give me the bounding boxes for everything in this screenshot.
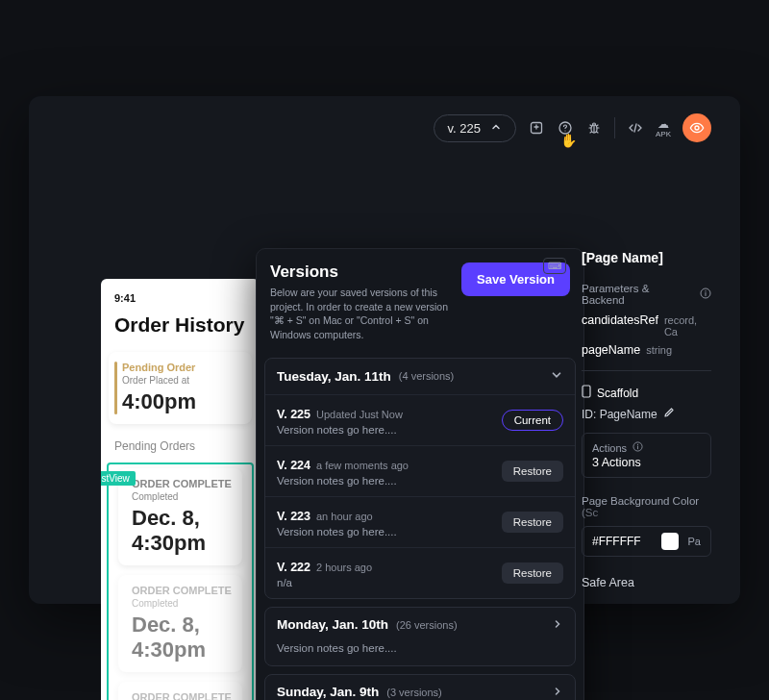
param-key: pageName [582,343,640,357]
scaffold-row[interactable]: Scaffold [582,385,711,401]
preview-button[interactable] [682,113,711,142]
day-count: (4 versions) [399,370,454,382]
restore-button[interactable]: Restore [502,461,563,482]
version-day-header[interactable]: Sunday, Jan. 9th (3 versions) [265,675,575,700]
param-val: string [646,344,672,356]
listview-tag[interactable]: listView [101,471,136,486]
svg-point-4 [695,126,699,130]
current-badge: Current [502,410,563,431]
svg-rect-6 [583,386,590,397]
keyboard-icon[interactable]: ⌨ [543,258,566,274]
version-notes: n/a [277,577,502,588]
pending-time: 4:00pm [122,389,242,414]
version-time: Updated Just Now [316,409,403,420]
restore-button[interactable]: Restore [502,562,563,584]
version-day-header[interactable]: Monday, Jan. 10th (26 versions) [265,608,575,642]
chevron-right-icon [552,685,563,700]
code-icon[interactable] [627,119,644,137]
complete-sub: Completed [132,491,233,502]
version-label: V. 225 [277,408,310,421]
divider [582,370,711,371]
actions-box[interactable]: Actions 3 Actions [582,433,711,478]
chevron-down-icon [550,368,563,385]
phone-preview: 9:41 Order History Pending Order Order P… [101,279,260,700]
app-window: v. 225 ☁ APK ✋ 9:41 Order History [29,96,740,604]
day-title: Sunday, Jan. 9th [277,685,379,699]
version-chip-label: v. 225 [448,121,481,136]
export-icon[interactable] [528,119,545,137]
version-day-block: Sunday, Jan. 9th (3 versions) Version no… [264,674,576,700]
version-selector[interactable]: v. 225 [434,114,516,142]
versions-subtitle: Below are your saved versions of this pr… [270,286,461,342]
version-day-header[interactable]: Tuesday, Jan. 11th (4 versions) [265,359,575,394]
chevron-right-icon [552,617,563,633]
pending-order-card: Pending Order Order Placed at 4:00pm [109,352,252,424]
param-row[interactable]: pageName string [582,343,711,357]
param-key: candidatesRef [582,313,658,327]
color-swatch[interactable] [661,533,679,550]
version-notes: Version notes go here.... [277,424,502,436]
version-day-block: Monday, Jan. 10th (26 versions) Version … [264,607,576,666]
parameters-section-header: Parameters & Backend [582,283,711,306]
phone-page-title: Order History [101,310,260,352]
version-time: a few moments ago [316,460,409,471]
complete-date: Dec. 8, 4:30pm [132,506,233,556]
order-complete-card: ORDER COMPLETE Completed Dec. 8, 4:30pm [118,575,242,672]
restore-button[interactable]: Restore [502,512,563,533]
toolbar-divider [614,117,615,138]
actions-label: Actions [592,442,627,454]
actions-count: 3 Actions [592,456,701,469]
version-notes: Version notes go here.... [277,475,502,487]
version-time: 2 hours ago [316,562,372,573]
version-label: V. 224 [277,459,310,472]
day-title: Tuesday, Jan. 11th [277,369,391,384]
edit-icon[interactable] [663,407,675,421]
listview-container[interactable]: ORDER COMPLETE Completed Dec. 8, 4:30pm … [107,462,254,700]
order-complete-card: ORDER COMPLETE [118,682,242,700]
card-accent [114,362,117,414]
apk-download-icon[interactable]: ☁ APK [656,118,671,138]
day-note: Version notes go here.... [265,642,575,665]
version-notes: Version notes go here.... [277,526,502,538]
page-id-row[interactable]: ID: PageName [582,407,711,421]
version-row[interactable]: V. 2222 hours ago n/a Restore [265,547,575,598]
section-header: Pending Orders [101,434,260,459]
pending-label: Pending Order [122,362,242,373]
phone-icon [582,385,591,401]
version-row[interactable]: V. 223an hour ago Version notes go here.… [265,496,575,547]
complete-date: Dec. 8, 4:30pm [132,612,233,662]
complete-label: ORDER COMPLETE [132,585,233,596]
bug-icon[interactable] [585,119,603,137]
day-count: (26 versions) [396,619,458,631]
param-row[interactable]: candidatesRef record, Ca [582,313,711,338]
versions-title: Versions [270,262,461,282]
complete-sub: Completed [132,598,233,609]
complete-label: ORDER COMPLETE [132,691,233,700]
day-title: Monday, Jan. 10th [277,617,388,632]
versions-header: Versions Below are your saved versions o… [257,249,583,358]
version-row[interactable]: V. 225Updated Just Now Version notes go … [265,394,575,445]
info-icon[interactable] [700,288,711,301]
page-name-title: [Page Name] [582,250,711,265]
phone-status-time: 9:41 [101,279,260,310]
complete-label: ORDER COMPLETE [132,478,233,489]
version-label: V. 222 [277,561,310,574]
version-label: V. 223 [277,510,310,523]
svg-point-2 [564,130,565,131]
versions-panel: Versions Below are your saved versions o… [256,248,584,700]
top-toolbar: v. 225 ☁ APK [434,113,711,142]
bg-pcut: Pa [688,536,701,547]
version-time: an hour ago [316,511,373,522]
order-complete-card: ORDER COMPLETE Completed Dec. 8, 4:30pm [118,468,242,565]
day-count: (3 versions) [386,687,441,698]
version-day-block: Tuesday, Jan. 11th (4 versions) V. 225Up… [264,358,576,599]
bg-color-label: Page Background Color (Sc [582,495,711,518]
param-val: record, Ca [664,314,711,338]
help-icon[interactable] [557,119,574,137]
version-row[interactable]: V. 224a few moments ago Version notes go… [265,445,575,496]
bg-color-picker[interactable]: #FFFFFF Pa [582,526,711,557]
pending-sub: Order Placed at [122,375,242,386]
safe-area-row[interactable]: Safe Area [582,576,711,589]
properties-panel: ⌨ [Page Name] Parameters & Backend candi… [582,250,711,589]
info-icon[interactable] [633,441,643,454]
